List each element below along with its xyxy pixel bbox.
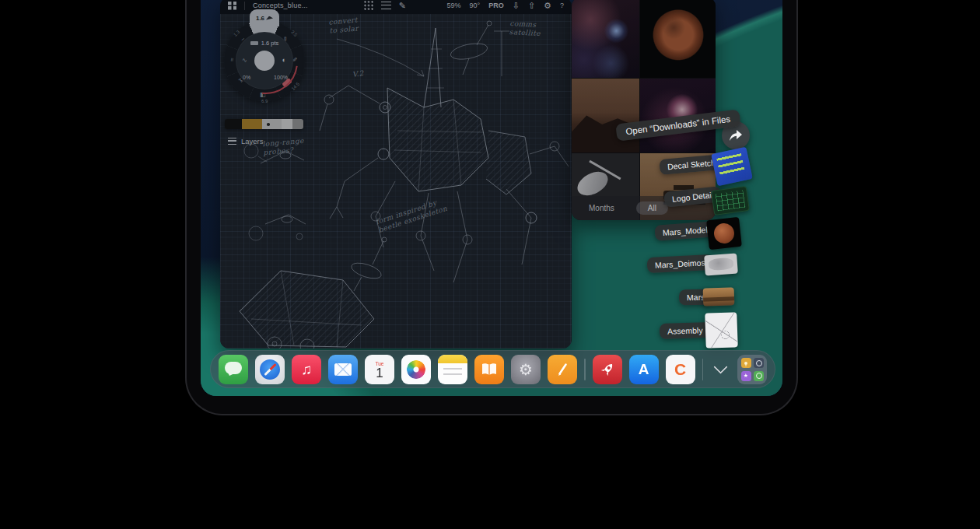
mini-tips-icon bbox=[741, 358, 751, 368]
app-store-icon[interactable]: A bbox=[629, 355, 659, 384]
music-note-icon: ♫ bbox=[301, 361, 312, 378]
rocket-icon bbox=[594, 356, 621, 383]
music-app-icon[interactable]: ♫ bbox=[292, 355, 321, 384]
drag-thumbnail-mars-model[interactable] bbox=[706, 217, 742, 250]
app-library-icon[interactable]: ★ bbox=[737, 355, 767, 384]
safari-app-icon[interactable] bbox=[255, 355, 285, 384]
drag-item-label[interactable]: Assembly bbox=[660, 322, 711, 339]
stage: convert to solar comms satellite V.2 lon… bbox=[0, 0, 980, 529]
chevron-down-icon bbox=[713, 359, 727, 373]
dock-collapse-chevron[interactable] bbox=[710, 355, 730, 384]
dock: ♫ Tue 1 ⚙ bbox=[210, 350, 775, 388]
photos-app-icon[interactable] bbox=[401, 355, 431, 384]
ipad-screen: convert to solar comms satellite V.2 lon… bbox=[201, 0, 782, 396]
drag-item-label[interactable]: Mars_Deimos bbox=[647, 254, 714, 273]
pen-drawing-app-icon[interactable] bbox=[548, 355, 577, 384]
photos-flower-icon bbox=[407, 360, 425, 379]
mini-star-icon: ★ bbox=[741, 371, 751, 381]
drag-thumbnail-mars[interactable] bbox=[703, 287, 735, 306]
forward-arrow-icon bbox=[729, 129, 743, 142]
drag-drop-layer: Open “Downloads” in Files Decal Sketches… bbox=[201, 0, 782, 396]
mini-podcasts-icon bbox=[754, 371, 764, 381]
drag-thumbnail-assembly[interactable] bbox=[705, 312, 738, 348]
calendar-day: 1 bbox=[376, 366, 383, 380]
c-glyph: C bbox=[674, 360, 686, 379]
dock-divider bbox=[702, 359, 704, 380]
c-app-icon[interactable]: C bbox=[666, 355, 695, 384]
dock-divider bbox=[584, 359, 586, 380]
mini-camera-icon bbox=[754, 358, 764, 368]
messages-app-icon[interactable] bbox=[219, 355, 248, 384]
drag-thumbnail-decal-sticker[interactable] bbox=[711, 147, 753, 187]
mail-app-icon[interactable] bbox=[328, 355, 358, 384]
gear-icon: ⚙ bbox=[519, 360, 533, 379]
open-book-icon bbox=[480, 360, 499, 379]
rocket-app-icon[interactable] bbox=[593, 355, 622, 384]
pen-icon bbox=[554, 361, 571, 378]
notes-app-icon[interactable] bbox=[438, 355, 467, 384]
calendar-app-icon[interactable]: Tue 1 bbox=[365, 355, 394, 384]
drag-thumbnail-mars-deimos[interactable] bbox=[704, 254, 738, 276]
appstore-a-glyph: A bbox=[639, 361, 649, 378]
ipad-device: convert to solar comms satellite V.2 lon… bbox=[187, 0, 796, 414]
drag-thumbnail-logo-circuit[interactable] bbox=[711, 186, 750, 215]
books-app-icon[interactable] bbox=[474, 355, 504, 384]
settings-app-icon[interactable]: ⚙ bbox=[511, 355, 541, 384]
